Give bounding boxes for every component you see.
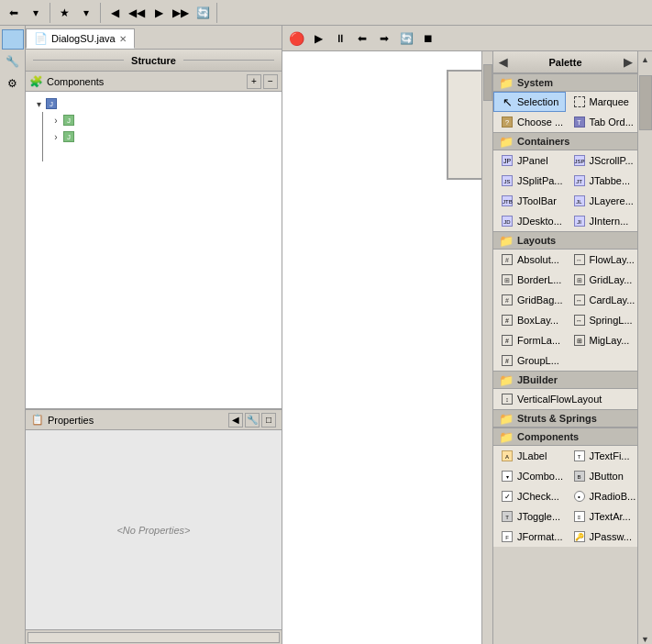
palette-item-gridlay[interactable]: ⊞ GridLay... <box>566 270 638 290</box>
properties-header-icons: ◀ 🔧 □ <box>228 413 276 427</box>
tree-expand-3[interactable]: › <box>50 131 61 142</box>
canvas-scrollbar-thumb[interactable] <box>483 64 492 101</box>
editor-toolbar-btn-5[interactable]: ➡ <box>374 28 394 49</box>
palette-item-jintern[interactable]: JI JIntern... <box>566 211 638 231</box>
toolbar-btn-dropdown[interactable]: ▾ <box>26 3 46 23</box>
components-collapse-btn[interactable]: − <box>263 74 278 89</box>
toolbar-btn-dropdown2[interactable]: ▾ <box>76 3 96 23</box>
palette-item-jsplitpa-label: JSplitPa... <box>517 175 563 186</box>
editor-toolbar-btn-1[interactable]: 🔴 <box>286 28 306 49</box>
palette-item-jtabbe[interactable]: JT JTabbe... <box>566 171 638 191</box>
tree-expand-1[interactable]: ▾ <box>33 98 44 109</box>
palette-item-borderl[interactable]: ⊞ BorderL... <box>493 270 566 290</box>
selection-icon: ↖ <box>500 94 514 109</box>
palette-item-jpanel[interactable]: JP JPanel <box>493 150 566 171</box>
palette-item-tabord[interactable]: T Tab Ord... <box>566 112 638 132</box>
toolbar-btn-back[interactable]: ⬅ <box>4 3 24 23</box>
palette-item-jformat[interactable]: F JFormat... <box>493 527 566 547</box>
toolbar-btn-star[interactable]: ★ <box>54 3 74 23</box>
structure-title: Structure <box>131 55 176 66</box>
palette-item-gridbag[interactable]: # GridBag... <box>493 290 566 310</box>
right-scrollbar-thumb[interactable] <box>639 75 652 130</box>
bottom-scroll[interactable] <box>26 629 282 644</box>
tab-dialogsu[interactable]: 📄 DialogSU.java ✕ <box>26 28 135 49</box>
palette-item-jsplitpa[interactable]: JS JSplitPa... <box>493 171 566 191</box>
scroll-down-btn[interactable]: ▼ <box>641 635 649 644</box>
palette-item-jtoggle[interactable]: T JToggle... <box>493 506 566 527</box>
palette-item-jpassw[interactable]: 🔑 JPassw... <box>566 527 638 547</box>
palette-item-jcheck-label: JCheck... <box>517 491 559 502</box>
editor-toolbar-btn-2[interactable]: ▶ <box>308 28 328 49</box>
palette-item-vertflow[interactable]: ↕ VerticalFlowLayout <box>493 389 637 409</box>
palette-item-selection[interactable]: ↖ Selection <box>493 92 566 112</box>
editor-toolbar-btn-7[interactable]: ⏹ <box>418 28 438 49</box>
tree-row-2[interactable]: › J <box>43 112 282 128</box>
palette-item-flowlay[interactable]: ↔ FlowLay... <box>566 250 638 270</box>
scroll-up-btn[interactable]: ▲ <box>641 55 649 64</box>
jtextar-icon: ≡ <box>572 509 587 524</box>
palette-item-jcombo[interactable]: ▾ JCombo... <box>493 466 566 486</box>
toolbar-btn-nav2[interactable]: ◀◀ <box>127 3 147 23</box>
components-add-btn[interactable]: + <box>247 74 261 89</box>
vertflow-icon: ↕ <box>500 392 514 406</box>
palette-item-jradiob-label: JRadioB... <box>590 491 636 502</box>
palette-item-jdeskto[interactable]: JD JDeskto... <box>493 211 566 231</box>
jtoggle-icon: T <box>500 509 514 524</box>
tree-row-3[interactable]: › J <box>43 128 282 145</box>
palette-item-springl-label: SpringL... <box>590 315 633 326</box>
properties-btn-2[interactable]: 🔧 <box>245 413 260 427</box>
canvas-scrollbar[interactable] <box>481 51 492 644</box>
scroll-track[interactable] <box>28 632 280 643</box>
palette-item-choose[interactable]: ? Choose ... <box>493 112 566 132</box>
palette-item-jtoolbar[interactable]: JTB JToolBar <box>493 191 566 211</box>
palette-item-jbutton[interactable]: B JButton <box>566 466 638 486</box>
palette-item-jlayere[interactable]: JL JLayere... <box>566 191 638 211</box>
properties-label: Properties <box>48 415 94 426</box>
properties-btn-3[interactable]: □ <box>261 413 276 427</box>
palette-item-groupl[interactable]: # GroupL... <box>493 350 637 371</box>
tree-expand-2[interactable]: › <box>50 115 61 126</box>
toolbar-btn-nav3[interactable]: ▶ <box>149 3 169 23</box>
palette-item-jscrollp-label: JScrollP... <box>590 155 634 166</box>
sidebar-icon-2[interactable]: ⚙ <box>3 73 23 94</box>
palette-item-boxlay[interactable]: # BoxLay... <box>493 310 566 330</box>
editor-toolbar-btn-3[interactable]: ⏸ <box>330 28 350 49</box>
palette-item-formla[interactable]: # FormLa... <box>493 330 566 350</box>
palette-item-marquee[interactable]: Marquee <box>566 92 638 112</box>
palette-section-components: 📁 Components <box>493 427 637 446</box>
tree-row-1[interactable]: ▾ J <box>26 95 282 112</box>
palette-item-jradiob[interactable]: • JRadioB... <box>566 486 638 506</box>
palette-item-jlabel[interactable]: A JLabel <box>493 446 566 466</box>
toolbar-btn-nav4[interactable]: ▶▶ <box>171 3 191 23</box>
editor-toolbar-btn-6[interactable]: 🔄 <box>396 28 416 49</box>
groupl-icon: # <box>500 353 514 368</box>
editor-main: ◀ Palette ▶ 📁 System ↖ Selection <box>282 51 652 644</box>
palette-section-system: 📁 System <box>493 73 637 92</box>
palette-arrow-right[interactable]: ▶ <box>624 56 632 69</box>
palette-item-cardlay-label: CardLay... <box>590 294 635 305</box>
editor-toolbar-btn-4[interactable]: ⬅ <box>352 28 372 49</box>
palette-item-jcheck[interactable]: ✓ JCheck... <box>493 486 566 506</box>
palette-arrow-left[interactable]: ◀ <box>499 56 507 69</box>
palette-item-jscrollp[interactable]: JSP JScrollP... <box>566 150 638 171</box>
toolbar-btn-nav5[interactable]: 🔄 <box>193 3 213 23</box>
no-properties-text: <No Properties> <box>116 525 190 536</box>
palette-item-jtextfi[interactable]: T JTextFi... <box>566 446 638 466</box>
palette-item-absolut[interactable]: # Absolut... <box>493 250 566 270</box>
jformat-icon: F <box>500 529 514 544</box>
palette-item-cardlay[interactable]: ↔ CardLay... <box>566 290 638 310</box>
toolbar-btn-nav1[interactable]: ◀ <box>105 3 125 23</box>
palette-item-choose-label: Choose ... <box>517 117 563 128</box>
palette-item-jtextar[interactable]: ≡ JTextAr... <box>566 506 638 527</box>
palette-item-springl[interactable]: ↔ SpringL... <box>566 310 638 330</box>
palette-item-jintern-label: JIntern... <box>590 216 629 227</box>
tab-close-btn[interactable]: ✕ <box>119 34 127 44</box>
editor-area: 🔴 ▶ ⏸ ⬅ ➡ 🔄 ⏹ ◀ Palette <box>282 26 652 644</box>
palette-item-boxlay-label: BoxLay... <box>517 315 558 326</box>
properties-panel: 📋 Properties ◀ 🔧 □ <No Properties> <box>26 409 282 629</box>
sidebar-icon-1[interactable]: 🔧 <box>3 51 23 72</box>
palette-item-miglay[interactable]: ⊞ MigLay... <box>566 330 638 350</box>
properties-btn-1[interactable]: ◀ <box>228 413 243 427</box>
palette-item-tabord-label: Tab Ord... <box>590 117 634 128</box>
gridbag-icon: # <box>500 293 514 307</box>
